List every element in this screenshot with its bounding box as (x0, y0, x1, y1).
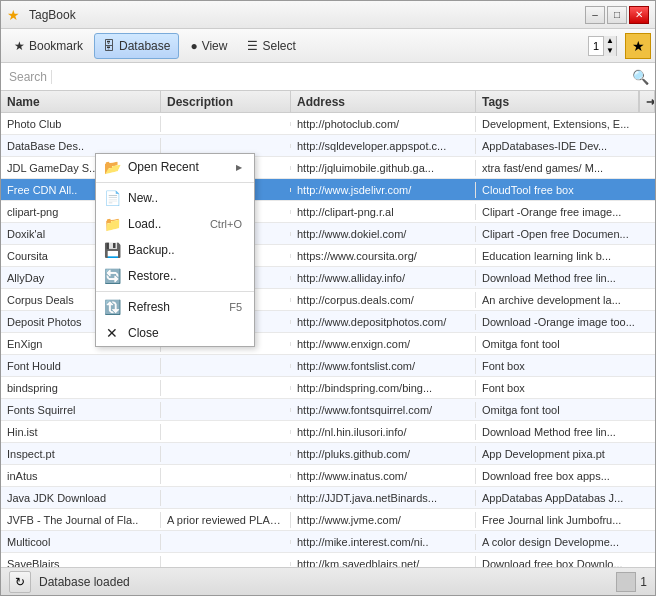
menu-item-new[interactable]: 📄New.. (96, 185, 254, 211)
titlebar-left: ★ TagBook (7, 7, 76, 23)
cell-name: Font Hould (1, 358, 161, 374)
menu-item-backup[interactable]: 💾Backup.. (96, 237, 254, 263)
menu-item-refresh[interactable]: 🔃RefreshF5 (96, 294, 254, 320)
cell-addr: http://www.depositphotos.com/ (291, 314, 476, 330)
database-button[interactable]: 🗄 Database (94, 33, 179, 59)
favorite-button[interactable]: ★ (625, 33, 651, 59)
table-row[interactable]: Multicoolhttp://mike.interest.com/ni..A … (1, 531, 655, 553)
table-row[interactable]: inAtushttp://www.inatus.com/Download fre… (1, 465, 655, 487)
cell-desc (161, 540, 291, 544)
bookmark-button[interactable]: ★ Bookmark (5, 33, 92, 59)
refresh-button[interactable]: ↻ (9, 571, 31, 593)
cell-name: Multicool (1, 534, 161, 550)
cell-addr: http://mike.interest.com/ni.. (291, 534, 476, 550)
search-label: Search (5, 70, 52, 84)
cell-tags: AppDatabas AppDatabas J... (476, 490, 655, 506)
cell-name: Fonts Squirrel (1, 402, 161, 418)
menu-item-restore[interactable]: 🔄Restore.. (96, 263, 254, 289)
view-button[interactable]: ● View (181, 33, 236, 59)
cell-addr: http://www.jvme.com/ (291, 512, 476, 528)
spinner-up[interactable]: ▲ (604, 36, 616, 46)
cell-tags: Development, Extensions, E... (476, 116, 655, 132)
table-row[interactable]: Photo Clubhttp://photoclub.com/Developme… (1, 113, 655, 135)
window-title: TagBook (29, 8, 76, 22)
table-row[interactable]: JVFB - The Journal of Fla..A prior revie… (1, 509, 655, 531)
cell-addr: http://www.jsdelivr.com/ (291, 182, 476, 198)
maximize-button[interactable]: □ (607, 6, 627, 24)
bookmark-label: Bookmark (29, 39, 83, 53)
menu-item-load[interactable]: 📁Load..Ctrl+O (96, 211, 254, 237)
statusbar: ↻ Database loaded 1 (1, 567, 655, 595)
toolbar: ★ Bookmark 🗄 Database ● View ☰ Select 1 … (1, 29, 655, 63)
col-header-addr: Address (291, 91, 476, 112)
cell-addr: http://jqluimobile.github.ga... (291, 160, 476, 176)
cell-name: DataBase Des.. (1, 138, 161, 154)
table-row[interactable]: Font Houldhttp://www.fontslist.com/Font … (1, 355, 655, 377)
menu-item-close[interactable]: ✕Close (96, 320, 254, 346)
status-count: 1 (640, 575, 647, 589)
database-dropdown-menu[interactable]: 📂Open Recent📄New..📁Load..Ctrl+O💾Backup..… (95, 153, 255, 347)
table-row[interactable]: Java JDK Downloadhttp://JJDT.java.netBin… (1, 487, 655, 509)
main-window: ★ TagBook – □ ✕ ★ Bookmark 🗄 Database ● … (0, 0, 656, 596)
titlebar: ★ TagBook – □ ✕ (1, 1, 655, 29)
menu-shortcut-load: Ctrl+O (210, 218, 242, 230)
search-input[interactable] (56, 70, 629, 84)
table-row[interactable]: bindspringhttp://bindspring.com/bing...F… (1, 377, 655, 399)
window-controls: – □ ✕ (585, 6, 649, 24)
cell-desc (161, 562, 291, 566)
table-export-icon[interactable]: ⇥ (639, 91, 655, 112)
cell-tags: Free Journal link Jumbofru... (476, 512, 655, 528)
table-row[interactable]: Inspect.pthttp://pluks.github.com/App De… (1, 443, 655, 465)
cell-desc (161, 122, 291, 126)
cell-desc (161, 430, 291, 434)
cell-addr: http://pluks.github.com/ (291, 446, 476, 462)
cell-tags: Clipart -Orange free image... (476, 204, 655, 220)
cell-name: Hin.ist (1, 424, 161, 440)
search-button[interactable]: 🔍 (629, 66, 651, 88)
table-row[interactable]: Fonts Squirrelhttp://www.fontsquirrel.co… (1, 399, 655, 421)
searchbar: Search 🔍 (1, 63, 655, 91)
cell-name: JVFB - The Journal of Fla.. (1, 512, 161, 528)
cell-name: Inspect.pt (1, 446, 161, 462)
menu-label-new: New.. (128, 191, 242, 205)
cell-desc (161, 496, 291, 500)
cell-tags: Education learning link b... (476, 248, 655, 264)
select-icon: ☰ (247, 39, 258, 53)
cell-tags: Download Method free lin... (476, 270, 655, 286)
cell-tags: A color design Developme... (476, 534, 655, 550)
page-spinner[interactable]: 1 ▲ ▼ (588, 36, 617, 56)
close-button[interactable]: ✕ (629, 6, 649, 24)
minimize-button[interactable]: – (585, 6, 605, 24)
cell-tags: Download -Orange image too... (476, 314, 655, 330)
cell-tags: CloudTool free box (476, 182, 655, 198)
menu-icon-new: 📄 (104, 190, 120, 206)
cell-tags: Font box (476, 380, 655, 396)
cell-tags: An archive development la... (476, 292, 655, 308)
cell-addr: http://nl.hin.ilusori.info/ (291, 424, 476, 440)
cell-addr: http://www.fontslist.com/ (291, 358, 476, 374)
menu-shortcut-refresh: F5 (229, 301, 242, 313)
database-icon: 🗄 (103, 39, 115, 53)
select-button[interactable]: ☰ Select (238, 33, 304, 59)
cell-addr: http://corpus.deals.com/ (291, 292, 476, 308)
cell-addr: http://www.dokiel.com/ (291, 226, 476, 242)
menu-label-close: Close (128, 326, 242, 340)
menu-separator (96, 182, 254, 183)
status-right: 1 (616, 572, 647, 592)
menu-label-load: Load.. (128, 217, 202, 231)
menu-icon-close: ✕ (104, 325, 120, 341)
table-container: Name Description Address Tags ⇥ Photo Cl… (1, 91, 655, 567)
menu-icon-backup: 💾 (104, 242, 120, 258)
spinner-down[interactable]: ▼ (604, 46, 616, 56)
menu-item-open-recent[interactable]: 📂Open Recent (96, 154, 254, 180)
menu-icon-load: 📁 (104, 216, 120, 232)
cell-name: inAtus (1, 468, 161, 484)
view-label: View (202, 39, 228, 53)
table-row[interactable]: Hin.isthttp://nl.hin.ilusori.info/Downlo… (1, 421, 655, 443)
cell-addr: http://www.enxign.com/ (291, 336, 476, 352)
table-row[interactable]: SaveBlairshttp://km.savedblairs.net/Down… (1, 553, 655, 567)
cell-addr: http://www.alliday.info/ (291, 270, 476, 286)
cell-addr: http://sqldeveloper.appspot.c... (291, 138, 476, 154)
cell-addr: http://www.inatus.com/ (291, 468, 476, 484)
cell-desc (161, 144, 291, 148)
